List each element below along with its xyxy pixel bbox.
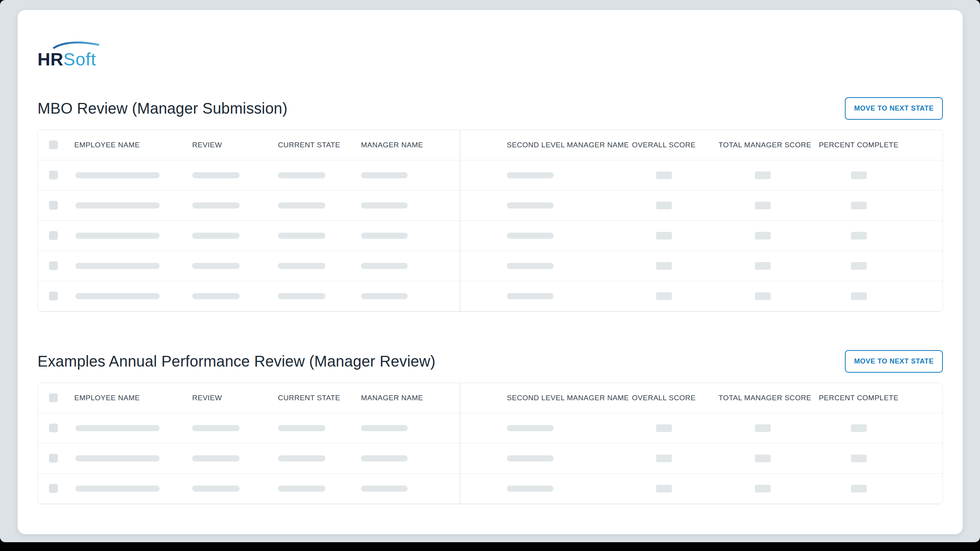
- table-cell: [719, 455, 807, 462]
- row-checkbox-skeleton: [49, 171, 58, 179]
- table-cell: [361, 202, 460, 209]
- review-skeleton: [192, 263, 240, 269]
- total-manager-score-skeleton: [755, 455, 771, 462]
- table-header-row: EMPLOYEE NAMEREVIEWCURRENT STATEMANAGER …: [38, 383, 942, 413]
- table-cell: [609, 485, 719, 492]
- column-header: OVERALL SCORE: [609, 394, 719, 402]
- row-checkbox-skeleton: [49, 261, 58, 270]
- table-cell: [278, 425, 361, 431]
- row-select-cell: [38, 171, 74, 179]
- section-title: MBO Review (Manager Submission): [38, 100, 287, 117]
- row-checkbox-skeleton: [49, 424, 58, 432]
- row-select-cell: [38, 484, 74, 493]
- table-cell: [361, 455, 460, 461]
- total-manager-score-skeleton: [755, 262, 771, 270]
- table-cell: [807, 424, 911, 432]
- column-header: SECOND LEVEL MANAGER NAME: [460, 141, 609, 149]
- review-skeleton: [192, 202, 240, 209]
- table-cell: [192, 202, 278, 209]
- second-level-manager-skeleton: [507, 172, 554, 178]
- table-cell: [609, 232, 719, 240]
- second-level-manager-skeleton: [507, 263, 554, 269]
- select-all-checkbox[interactable]: [49, 140, 58, 149]
- employee-name-skeleton: [75, 263, 160, 269]
- column-header: REVIEW: [192, 141, 278, 149]
- table-cell: [192, 425, 278, 431]
- current-state-skeleton: [278, 233, 325, 239]
- select-all-checkbox[interactable]: [49, 393, 58, 402]
- manager-name-skeleton: [361, 486, 408, 492]
- column-group-divider: [460, 383, 460, 504]
- table-row: [38, 251, 942, 281]
- table-cell: [719, 232, 807, 240]
- table-cell: [74, 233, 192, 239]
- table-cell: [460, 202, 609, 209]
- second-level-manager-skeleton: [507, 455, 554, 461]
- page-background: HRSoft MBO Review (Manager Submission) M…: [0, 0, 980, 542]
- table-cell: [192, 293, 278, 299]
- total-manager-score-skeleton: [755, 232, 771, 240]
- percent-complete-skeleton: [851, 455, 867, 462]
- percent-complete-skeleton: [851, 262, 867, 270]
- overall-score-skeleton: [656, 292, 672, 300]
- review-skeleton: [192, 425, 240, 431]
- second-level-manager-skeleton: [507, 486, 554, 492]
- current-state-skeleton: [278, 202, 325, 209]
- current-state-skeleton: [278, 425, 325, 431]
- table-cell: [719, 292, 807, 300]
- manager-name-skeleton: [361, 202, 408, 209]
- second-level-manager-skeleton: [507, 293, 554, 299]
- table-cell: [361, 486, 460, 492]
- current-state-skeleton: [278, 455, 325, 461]
- table-cell: [278, 172, 361, 178]
- column-header: CURRENT STATE: [278, 141, 361, 149]
- column-header: PERCENT COMPLETE: [807, 141, 911, 149]
- table-cell: [361, 263, 460, 269]
- overall-score-skeleton: [656, 424, 672, 432]
- percent-complete-skeleton: [851, 232, 867, 240]
- table-cell: [719, 171, 807, 179]
- manager-name-skeleton: [361, 263, 408, 269]
- table-cell: [460, 293, 609, 299]
- total-manager-score-skeleton: [755, 171, 771, 179]
- table-header-row: EMPLOYEE NAMEREVIEWCURRENT STATEMANAGER …: [38, 130, 942, 160]
- table-cell: [807, 262, 911, 270]
- table-cell: [278, 486, 361, 492]
- manager-name-skeleton: [361, 293, 408, 299]
- table-cell: [609, 171, 719, 179]
- row-select-cell: [38, 292, 74, 300]
- table-cell: [278, 263, 361, 269]
- move-to-next-state-button[interactable]: MOVE TO NEXT STATE: [845, 350, 943, 373]
- logo-swoosh-icon: [53, 41, 100, 50]
- hrsoft-logo: HRSoft: [38, 10, 137, 70]
- performance-review-table: EMPLOYEE NAMEREVIEWCURRENT STATEMANAGER …: [38, 383, 943, 504]
- row-select-cell: [38, 261, 74, 270]
- table-row: [38, 474, 942, 504]
- section-title: Examples Annual Performance Review (Mana…: [38, 353, 436, 370]
- table-cell: [192, 486, 278, 492]
- table-cell: [460, 455, 609, 461]
- second-level-manager-skeleton: [507, 233, 554, 239]
- table-row: [38, 443, 942, 474]
- review-skeleton: [192, 455, 240, 461]
- section-header-mbo: MBO Review (Manager Submission) MOVE TO …: [38, 97, 943, 120]
- select-all-cell: [38, 140, 74, 149]
- column-header: MANAGER NAME: [361, 394, 460, 402]
- row-select-cell: [38, 231, 74, 240]
- total-manager-score-skeleton: [755, 485, 771, 492]
- percent-complete-skeleton: [851, 485, 867, 492]
- table-cell: [719, 485, 807, 492]
- total-manager-score-skeleton: [755, 292, 771, 300]
- table-cell: [609, 262, 719, 270]
- table-cell: [807, 485, 911, 492]
- percent-complete-skeleton: [851, 171, 867, 179]
- move-to-next-state-button[interactable]: MOVE TO NEXT STATE: [845, 97, 943, 120]
- table-cell: [807, 202, 911, 209]
- row-select-cell: [38, 201, 74, 210]
- review-skeleton: [192, 172, 240, 178]
- manager-name-skeleton: [361, 172, 408, 178]
- employee-name-skeleton: [75, 293, 160, 299]
- review-skeleton: [192, 486, 240, 492]
- overall-score-skeleton: [656, 485, 672, 492]
- review-skeleton: [192, 293, 240, 299]
